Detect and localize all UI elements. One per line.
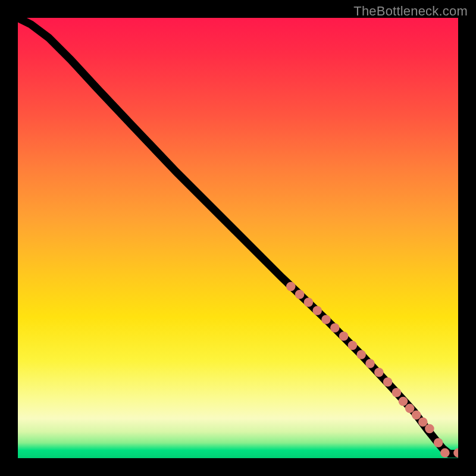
chart-frame: TheBottleneck.com bbox=[0, 0, 476, 476]
marker-dot bbox=[356, 350, 366, 359]
marker-dot bbox=[339, 331, 349, 341]
marker-dot bbox=[348, 341, 358, 350]
marker-dot bbox=[321, 315, 331, 324]
marker-dot bbox=[399, 397, 408, 406]
plot-area bbox=[18, 18, 458, 458]
marker-dot bbox=[295, 290, 305, 299]
marker-dot bbox=[330, 323, 340, 333]
marker-dot bbox=[365, 359, 375, 368]
watermark-text: TheBottleneck.com bbox=[353, 4, 468, 19]
marker-dot bbox=[405, 404, 415, 414]
marker-dot bbox=[425, 424, 434, 434]
marker-dot bbox=[312, 306, 322, 315]
marker-dot bbox=[412, 411, 421, 420]
marker-dot bbox=[383, 377, 393, 387]
marker-dot bbox=[392, 388, 402, 397]
marker-dot bbox=[374, 368, 384, 377]
marker-dot bbox=[418, 418, 428, 427]
chart-svg bbox=[18, 18, 458, 458]
bottleneck-curve bbox=[18, 18, 458, 454]
marker-dot bbox=[304, 298, 314, 307]
marker-dot bbox=[434, 438, 443, 447]
marker-dot bbox=[440, 448, 450, 458]
marker-dot bbox=[286, 282, 296, 292]
